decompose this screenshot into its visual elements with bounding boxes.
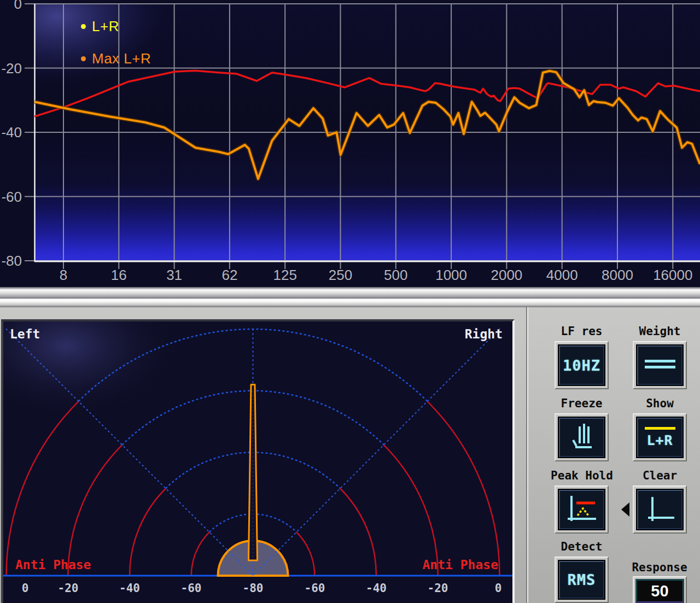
svg-text:-60: -60 — [1, 189, 22, 205]
svg-text:0: 0 — [495, 582, 502, 595]
lower-panel: 0-20-40-60-80-60-40-200 Left Right Anti … — [0, 307, 700, 603]
svg-text:125: 125 — [273, 267, 297, 283]
arrow-left-icon — [621, 502, 629, 517]
legend-label-max-lr: Max L+R — [92, 50, 151, 67]
peak-hold-label: Peak Hold — [544, 469, 620, 482]
response-field[interactable]: 50 — [633, 576, 687, 603]
svg-text:-80: -80 — [243, 582, 264, 595]
response-value: 50 — [651, 582, 668, 600]
lf-res-label: LF res — [555, 325, 609, 338]
detect-label: Detect — [555, 540, 609, 553]
clear-button[interactable] — [633, 485, 687, 534]
show-label: Show — [633, 397, 687, 410]
detect-value: RMS — [568, 571, 596, 588]
svg-text:-20: -20 — [428, 582, 448, 595]
freeze-button[interactable] — [555, 413, 609, 461]
divider-bar-bottom — [0, 298, 700, 307]
freeze-label: Freeze — [555, 397, 609, 410]
svg-text:-40: -40 — [366, 582, 387, 595]
legend-label-lr: L+R — [92, 18, 119, 35]
lf-res-button-face: 10HZ — [558, 344, 605, 386]
svg-text:-60: -60 — [181, 582, 202, 595]
control-panel: LF res 10HZ Weight Freeze — [526, 307, 700, 603]
show-value: L+R — [646, 432, 673, 448]
svg-text:31: 31 — [166, 267, 182, 283]
weight-button[interactable] — [633, 341, 687, 389]
response-field-inner: 50 — [635, 579, 684, 603]
hand-icon — [566, 421, 598, 453]
weight-label: Weight — [633, 325, 687, 338]
show-button-face: L+R — [636, 417, 684, 458]
freeze-button-face — [558, 417, 605, 458]
legend-dot-max-lr-icon — [81, 56, 86, 61]
svg-text:500: 500 — [384, 267, 407, 283]
detect-button[interactable]: RMS — [555, 557, 609, 603]
svg-text:-60: -60 — [305, 582, 325, 595]
svg-text:1000: 1000 — [435, 267, 467, 283]
section-divider — [0, 287, 700, 307]
axes-icon — [643, 493, 678, 526]
svg-text:8: 8 — [60, 267, 67, 283]
anti-phase-label-right: Anti Phase — [423, 558, 498, 572]
svg-text:62: 62 — [221, 267, 237, 283]
anti-phase-label-left: Anti Phase — [15, 558, 91, 572]
weight-button-face — [636, 344, 684, 386]
show-button[interactable]: L+R — [633, 413, 687, 461]
legend-dot-lr-icon — [81, 24, 86, 29]
svg-text:-20: -20 — [58, 582, 79, 595]
svg-text:250: 250 — [329, 267, 352, 283]
detect-button-face: RMS — [558, 560, 605, 600]
peak-hold-button[interactable] — [555, 485, 609, 534]
svg-text:-40: -40 — [119, 582, 140, 595]
svg-text:16: 16 — [111, 267, 127, 283]
peak-hold-button-face — [558, 489, 605, 530]
legend-item-lr: L+R — [81, 18, 151, 34]
svg-text:-40: -40 — [1, 124, 22, 140]
legend-item-max-lr: Max L+R — [81, 50, 151, 67]
right-channel-label: Right — [465, 327, 503, 341]
svg-text:2000: 2000 — [491, 267, 522, 283]
clear-label: Clear — [633, 469, 687, 482]
spectrum-legend: L+R Max L+R — [81, 18, 151, 83]
divider-bar-top — [0, 287, 700, 298]
spectrum-analyzer-display: 81631621252505001000200040008000160000-2… — [0, 0, 700, 287]
lf-res-button[interactable]: 10HZ — [555, 341, 609, 389]
clear-button-face — [636, 489, 684, 530]
svg-text:-20: -20 — [1, 60, 22, 77]
lf-res-value: 10HZ — [563, 357, 600, 374]
response-label: Response — [625, 561, 695, 574]
left-channel-label: Left — [10, 327, 40, 341]
svg-text:0: 0 — [14, 0, 22, 12]
phase-scope-frame: 0-20-40-60-80-60-40-200 Left Right Anti … — [1, 319, 515, 603]
svg-text:8000: 8000 — [602, 267, 633, 283]
double-line-icon — [644, 358, 676, 372]
peak-curve-icon — [564, 493, 599, 526]
svg-text:-80: -80 — [1, 253, 22, 269]
svg-text:4000: 4000 — [546, 267, 578, 283]
yellow-line-icon — [645, 427, 675, 430]
phase-scope-display: 0-20-40-60-80-60-40-200 Left Right Anti … — [3, 321, 512, 602]
svg-text:16000: 16000 — [653, 267, 692, 283]
svg-text:0: 0 — [22, 582, 29, 595]
paz-analyzer-window: 81631621252505001000200040008000160000-2… — [0, 0, 700, 603]
